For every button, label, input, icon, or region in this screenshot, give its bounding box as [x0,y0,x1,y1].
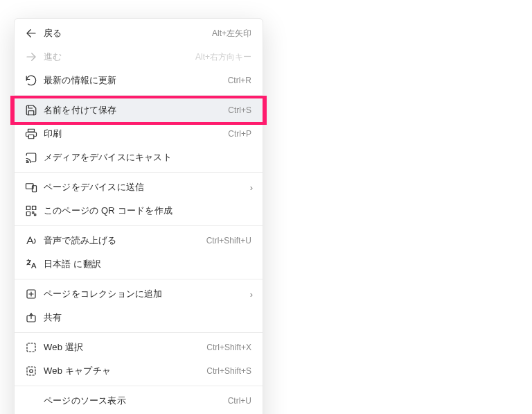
menu-separator [15,172,263,173]
share-icon [21,311,41,324]
menu-item-label: 印刷 [41,128,228,140]
context-menu: 戻る Alt+左矢印 進む Alt+右方向キー 最新の情報に更新 Ctrl+R … [14,18,263,414]
menu-item-cast[interactable]: メディアをデバイスにキャスト [15,146,263,169]
menu-item-translate[interactable]: 日本語 に翻訳 [15,252,263,276]
svg-rect-3 [28,135,34,139]
svg-point-21 [30,370,33,373]
menu-item-web-capture[interactable]: Web キャプチャ Ctrl+Shift+S [15,359,263,383]
menu-item-send-to-device[interactable]: ページをデバイスに送信 › [15,175,263,199]
menu-separator [15,332,263,333]
menu-item-hotkey: Alt+左矢印 [212,28,256,40]
menu-item-label: 音声で読み上げる [41,234,206,247]
read-aloud-icon [21,234,41,247]
svg-rect-2 [28,129,35,132]
menu-item-hotkey: Ctrl+Shift+S [206,366,256,376]
menu-item-hotkey: Ctrl+Shift+U [206,236,256,245]
menu-item-add-to-collections[interactable]: ページをコレクションに追加 › [15,282,263,306]
menu-item-web-select[interactable]: Web 選択 Ctrl+Shift+X [15,336,263,359]
menu-item-label: このページの QR コードを作成 [41,205,256,217]
menu-item-label: ページをデバイスに送信 [41,181,246,193]
menu-item-read-aloud[interactable]: 音声で読み上げる Ctrl+Shift+U [15,229,263,252]
menu-item-qr-code[interactable]: このページの QR コードを作成 [15,199,263,223]
menu-item-view-source[interactable]: ページのソース表示 Ctrl+U [15,389,263,413]
menu-item-label: 戻る [41,27,212,40]
chevron-right-icon: › [246,289,256,300]
chevron-right-icon: › [246,182,256,193]
arrow-left-icon [21,27,41,40]
menu-item-label: ページのソース表示 [41,395,228,407]
menu-item-label: 進む [41,51,195,63]
menu-item-label: 名前を付けて保存 [41,104,228,117]
svg-rect-19 [27,343,35,352]
reload-icon [21,74,41,87]
save-icon [21,104,41,117]
arrow-right-icon [21,51,41,63]
menu-separator [15,386,263,386]
menu-item-reload[interactable]: 最新の情報に更新 Ctrl+R [15,69,263,92]
menu-item-hotkey: Ctrl+S [228,105,256,115]
svg-rect-20 [27,367,35,375]
menu-item-print[interactable]: 印刷 Ctrl+P [15,122,263,146]
menu-item-label: 共有 [41,311,256,324]
svg-rect-10 [33,212,34,214]
menu-separator [15,225,263,226]
svg-rect-8 [33,206,36,209]
qr-code-icon [21,205,41,217]
web-capture-icon [21,365,41,377]
menu-item-hotkey: Ctrl+R [228,76,256,85]
svg-rect-7 [26,206,30,209]
menu-item-back[interactable]: 戻る Alt+左矢印 [15,21,263,45]
menu-item-label: Web 選択 [41,341,206,354]
svg-rect-11 [35,214,36,216]
menu-separator [15,279,263,279]
devices-icon [21,181,41,193]
menu-item-label: 最新の情報に更新 [41,74,228,87]
svg-point-4 [26,162,28,163]
menu-item-save-as[interactable]: 名前を付けて保存 Ctrl+S [10,98,267,122]
menu-item-hotkey: Ctrl+P [228,129,256,139]
cast-icon [21,151,41,164]
menu-item-share[interactable]: 共有 [15,306,263,329]
menu-item-hotkey: Alt+右方向キー [195,51,256,63]
collections-icon [21,288,41,300]
menu-item-label: 日本語 に翻訳 [41,258,256,270]
menu-item-hotkey: Ctrl+Shift+X [206,343,256,352]
print-icon [21,128,41,140]
menu-item-hotkey: Ctrl+U [228,396,256,406]
svg-rect-9 [26,212,30,216]
menu-item-label: ページをコレクションに追加 [41,288,246,300]
menu-item-label: メディアをデバイスにキャスト [41,151,256,164]
translate-icon [21,258,41,270]
menu-item-label: Web キャプチャ [41,365,206,377]
web-select-icon [21,341,41,354]
menu-item-forward: 進む Alt+右方向キー [15,45,263,69]
